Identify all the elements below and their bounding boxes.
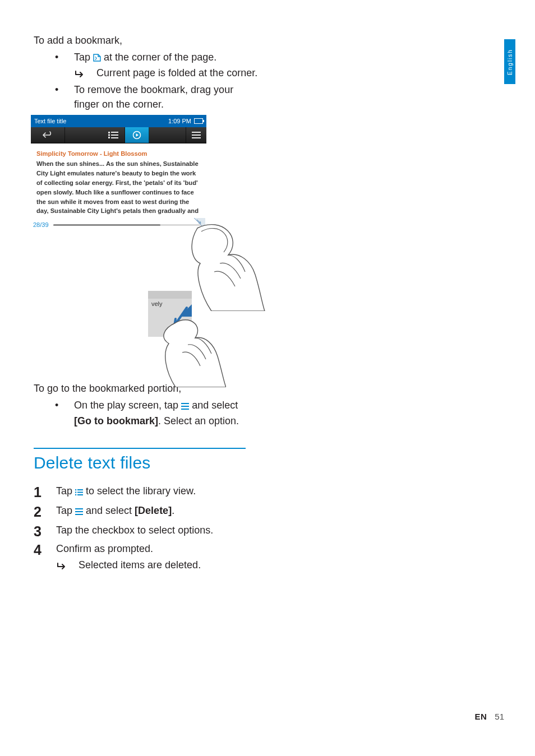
svg-rect-18 bbox=[77, 494, 83, 495]
device-pager: 28/39 bbox=[31, 219, 206, 228]
svg-rect-5 bbox=[111, 137, 118, 138]
result-text: Current page is folded at the corner. bbox=[96, 67, 257, 78]
svg-rect-7 bbox=[192, 132, 201, 133]
text-fragment: On the play screen, tap bbox=[74, 400, 181, 411]
menu-option-label: [Go to bookmark] bbox=[74, 415, 158, 426]
goto-bookmark-list: On the play screen, tap and select [Go t… bbox=[55, 398, 258, 428]
options-menu-icon bbox=[75, 504, 83, 520]
section-heading: Delete text files bbox=[34, 453, 258, 472]
add-bookmark-heading: To add a bookmark, bbox=[34, 35, 258, 47]
hand-drag-icon bbox=[159, 303, 226, 389]
menu-button[interactable] bbox=[186, 127, 206, 143]
svg-rect-1 bbox=[108, 134, 110, 136]
hand-gesture-icon bbox=[189, 221, 268, 313]
svg-rect-20 bbox=[75, 511, 83, 512]
svg-rect-14 bbox=[75, 491, 76, 493]
text-fragment: To remove the bookmark, drag your finger… bbox=[74, 84, 233, 110]
device-screenshot: Text file title 1:09 PM Simplicity To bbox=[31, 115, 206, 377]
svg-rect-10 bbox=[181, 403, 189, 404]
text-fragment: Tap the checkbox to select options. bbox=[56, 525, 213, 536]
device-toolbar bbox=[31, 127, 206, 143]
progress-track[interactable] bbox=[53, 224, 202, 226]
svg-rect-9 bbox=[192, 137, 201, 138]
svg-rect-12 bbox=[181, 409, 189, 410]
svg-rect-8 bbox=[192, 134, 201, 136]
text-fragment: and select bbox=[192, 400, 238, 411]
battery-icon bbox=[194, 118, 203, 124]
text-fragment: at the corner of the page. bbox=[104, 52, 216, 63]
page-counter: 28/39 bbox=[33, 221, 49, 228]
text-fragment: Tap bbox=[56, 485, 75, 497]
step-item: Tap to select the library view. bbox=[34, 484, 258, 500]
device-time: 1:09 PM bbox=[168, 118, 191, 124]
thumb-head bbox=[148, 291, 192, 299]
svg-rect-19 bbox=[75, 508, 83, 509]
svg-rect-15 bbox=[75, 494, 76, 495]
result-text: Selected items are deleted. bbox=[79, 559, 201, 571]
list-item: On the play screen, tap and select [Go t… bbox=[55, 398, 258, 428]
step-item: Tap the checkbox to select options. bbox=[34, 523, 258, 538]
page-footer: EN51 bbox=[474, 712, 504, 721]
footer-lang: EN bbox=[474, 712, 487, 721]
text-fragment: to select the library view. bbox=[86, 485, 196, 497]
footer-page: 51 bbox=[495, 712, 504, 721]
library-view-button[interactable] bbox=[102, 127, 125, 143]
text-fragment: . Select an option. bbox=[158, 415, 239, 426]
language-label: English bbox=[507, 49, 513, 75]
svg-rect-0 bbox=[108, 132, 110, 133]
language-tab: English bbox=[504, 39, 515, 84]
menu-option-label: [Delete] bbox=[135, 505, 172, 516]
list-item: Tap at the corner of the page. Current p… bbox=[55, 50, 258, 80]
svg-rect-11 bbox=[181, 406, 189, 407]
delete-steps: Tap to select the library view. Tap and … bbox=[34, 484, 258, 572]
text-fragment: Confirm as prompted. bbox=[56, 543, 153, 554]
list-item: To remove the bookmark, drag your finger… bbox=[55, 82, 258, 112]
options-menu-icon bbox=[181, 399, 189, 414]
step-item: Tap and select [Delete]. bbox=[34, 503, 258, 520]
text-fragment: Tap bbox=[74, 52, 93, 63]
text-fragment: Tap bbox=[56, 505, 75, 516]
add-bookmark-list: Tap at the corner of the page. Current p… bbox=[55, 50, 258, 112]
section-divider bbox=[34, 448, 246, 449]
device-page: Simplicity Tomorrow - Light Blossom When… bbox=[31, 143, 206, 219]
svg-rect-2 bbox=[108, 137, 110, 138]
svg-rect-3 bbox=[111, 132, 118, 133]
device-titlebar: Text file title 1:09 PM bbox=[31, 115, 206, 127]
svg-rect-4 bbox=[111, 134, 118, 136]
text-fragment: . bbox=[172, 505, 174, 516]
page-content: To add a bookmark, Tap at the corner of … bbox=[34, 35, 258, 576]
step-item: Confirm as prompted. Selected items are … bbox=[34, 541, 258, 572]
doc-body: When the sun shines... As the sun shines… bbox=[36, 159, 201, 216]
play-button[interactable] bbox=[125, 127, 149, 143]
dogear-icon bbox=[93, 51, 101, 66]
svg-rect-13 bbox=[75, 489, 76, 490]
back-button[interactable] bbox=[31, 127, 65, 143]
result-arrow-icon bbox=[56, 560, 67, 574]
doc-heading: Simplicity Tomorrow - Light Blossom bbox=[36, 150, 201, 157]
svg-rect-17 bbox=[77, 491, 83, 493]
result-arrow-icon bbox=[74, 68, 85, 82]
result-item: Selected items are deleted. bbox=[56, 558, 258, 572]
text-fragment: and select bbox=[86, 505, 135, 516]
device-title: Text file title bbox=[34, 118, 66, 124]
library-view-icon bbox=[75, 485, 83, 500]
result-item: Current page is folded at the corner. bbox=[74, 66, 258, 80]
svg-rect-16 bbox=[77, 489, 83, 490]
svg-rect-21 bbox=[75, 514, 83, 515]
